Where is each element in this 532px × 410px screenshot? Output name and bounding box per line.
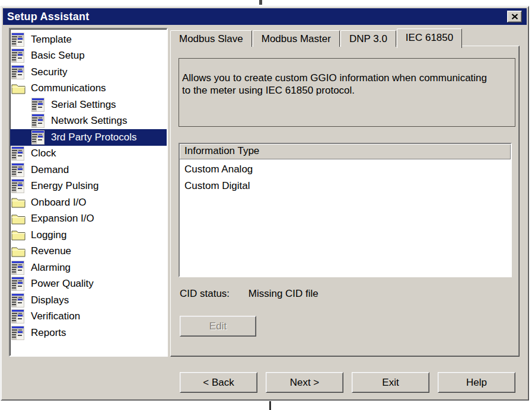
- document-icon: [11, 179, 26, 193]
- sidebar-item-label: Logging: [31, 229, 67, 241]
- sidebar-item-label: Communications: [31, 82, 106, 94]
- folder-icon: [11, 244, 26, 258]
- document-icon: [11, 277, 26, 291]
- window-title: Setup Assistant: [7, 11, 89, 23]
- document-icon: [11, 261, 26, 275]
- sidebar-item-label: Displays: [31, 294, 69, 306]
- list-item-custom-digital[interactable]: Custom Digital: [180, 178, 511, 194]
- sidebar-item-label: Demand: [31, 164, 69, 176]
- document-icon: [11, 33, 26, 47]
- sidebar-item-label: Onboard I/O: [31, 197, 87, 209]
- edit-button[interactable]: Edit: [180, 316, 256, 337]
- cid-status-value: Missing CID file: [249, 288, 318, 299]
- sidebar-item-label: Reports: [31, 327, 66, 339]
- sidebar-item-3rd-party-protocols[interactable]: 3rd Party Protocols: [10, 129, 167, 146]
- description-text: Allows you to create custom GGIO informa…: [182, 72, 487, 96]
- document-icon: [31, 114, 46, 128]
- sidebar-item-template[interactable]: Template: [10, 31, 167, 48]
- sidebar-item-label: Revenue: [31, 245, 71, 257]
- sidebar-item-demand[interactable]: Demand: [10, 162, 167, 178]
- folder-icon: [11, 196, 26, 210]
- tab-iec-61850[interactable]: IEC 61850: [397, 28, 462, 48]
- close-icon: [511, 14, 518, 20]
- sidebar-item-displays[interactable]: Displays: [10, 292, 167, 309]
- sidebar-item-revenue[interactable]: Revenue: [10, 244, 167, 260]
- sidebar-item-label: Basic Setup: [31, 50, 85, 62]
- list-item-custom-analog[interactable]: Custom Analog: [180, 161, 511, 178]
- sidebar-item-clock[interactable]: Clock: [10, 146, 167, 162]
- iec-61850-tab-page: Allows you to create custom GGIO informa…: [170, 46, 520, 357]
- information-type-list: Information Type Custom AnalogCustom Dig…: [179, 143, 512, 277]
- sidebar-item-label: Clock: [31, 148, 56, 159]
- sidebar-item-security[interactable]: Security: [10, 64, 167, 81]
- sidebar-item-label: Alarming: [31, 262, 71, 274]
- list-body: Custom AnalogCustom Digital: [180, 159, 511, 276]
- tab-strip: Modbus SlaveModbus MasterDNP 3.0IEC 6185…: [170, 27, 463, 47]
- sidebar-item-network-settings[interactable]: Network Settings: [10, 113, 167, 130]
- cid-status-label: CID status:: [180, 288, 246, 300]
- back-button[interactable]: < Back: [180, 372, 257, 393]
- sidebar-item-logging[interactable]: Logging: [10, 227, 167, 244]
- sidebar-item-label: Network Settings: [51, 115, 128, 127]
- tab-dnp-3-0[interactable]: DNP 3.0: [340, 30, 396, 47]
- setup-assistant-dialog: Setup Assistant TemplateBasic SetupSecur…: [1, 6, 529, 401]
- page-edge-mark-bottom: [269, 401, 271, 410]
- sidebar-tree: TemplateBasic SetupSecurityCommunication…: [9, 28, 168, 357]
- list-column-header[interactable]: Information Type: [180, 144, 511, 159]
- titlebar[interactable]: Setup Assistant: [3, 8, 527, 25]
- document-icon: [31, 98, 46, 112]
- folder-icon: [11, 212, 26, 226]
- description-box: Allows you to create custom GGIO informa…: [179, 58, 515, 127]
- sidebar-item-label: Verification: [31, 310, 80, 322]
- folder-icon: [11, 81, 26, 95]
- document-icon: [11, 163, 26, 177]
- document-icon: [11, 146, 26, 161]
- close-button[interactable]: [507, 11, 522, 23]
- document-icon: [31, 130, 46, 145]
- sidebar-item-communications[interactable]: Communications: [10, 81, 167, 97]
- sidebar-item-alarming[interactable]: Alarming: [10, 260, 167, 276]
- sidebar-item-verification[interactable]: Verification: [10, 309, 167, 325]
- help-button[interactable]: Help: [438, 372, 515, 393]
- sidebar-item-label: Energy Pulsing: [31, 180, 98, 192]
- page-edge-mark-top: [259, 0, 262, 5]
- tab-modbus-master[interactable]: Modbus Master: [253, 30, 340, 47]
- sidebar-item-power-quality[interactable]: Power Quality: [10, 276, 167, 293]
- cid-status-row: CID status: Missing CID file: [180, 288, 318, 300]
- document-icon: [11, 293, 26, 308]
- sidebar-item-label: Expansion I/O: [31, 213, 94, 225]
- sidebar-item-basic-setup[interactable]: Basic Setup: [10, 48, 167, 65]
- sidebar-item-expansion-i-o[interactable]: Expansion I/O: [10, 211, 167, 228]
- folder-icon: [11, 228, 26, 242]
- page: Setup Assistant TemplateBasic SetupSecur…: [0, 0, 532, 410]
- sidebar-item-label: Serial Settings: [51, 99, 116, 111]
- sidebar-item-onboard-i-o[interactable]: Onboard I/O: [10, 194, 167, 211]
- footer-button-row: < BackNext >ExitHelp: [180, 372, 515, 393]
- sidebar-item-energy-pulsing[interactable]: Energy Pulsing: [10, 178, 167, 195]
- exit-button[interactable]: Exit: [352, 372, 429, 393]
- sidebar-item-serial-settings[interactable]: Serial Settings: [10, 97, 167, 113]
- sidebar-item-label: Security: [31, 66, 67, 78]
- sidebar-item-label: Template: [31, 34, 72, 46]
- sidebar-item-reports[interactable]: Reports: [10, 325, 167, 341]
- next-button[interactable]: Next >: [266, 372, 343, 393]
- document-icon: [11, 326, 26, 340]
- sidebar-item-label: 3rd Party Protocols: [51, 132, 137, 143]
- sidebar-item-label: Power Quality: [31, 278, 94, 290]
- document-icon: [11, 65, 26, 79]
- document-icon: [11, 49, 26, 63]
- document-icon: [11, 309, 26, 323]
- tab-modbus-slave[interactable]: Modbus Slave: [170, 30, 252, 47]
